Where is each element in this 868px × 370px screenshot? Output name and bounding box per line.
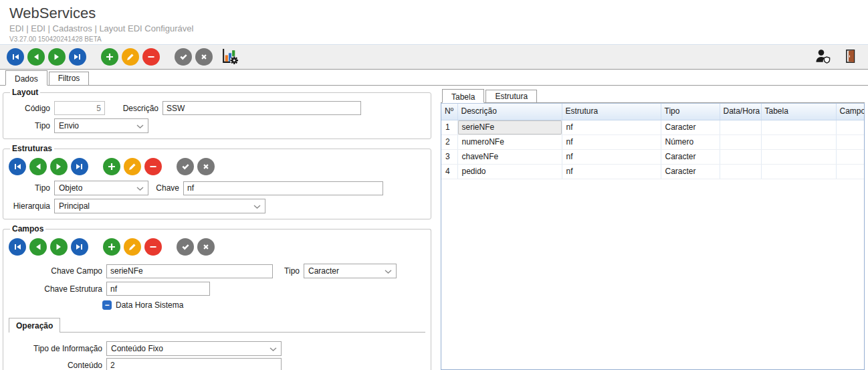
chave-campo-field[interactable] (106, 264, 273, 278)
estruturas-confirm-button[interactable] (177, 158, 194, 175)
column-header-6[interactable]: Campo (836, 104, 864, 120)
estruturas-nav-next-button[interactable] (50, 158, 68, 175)
main-delete-button[interactable] (142, 48, 160, 66)
estruturas-edit-button[interactable] (124, 158, 141, 175)
campos-tipo-select[interactable]: Caracter (304, 264, 397, 278)
table-cell[interactable] (720, 120, 761, 134)
campos-tipo-value: Caracter (308, 266, 339, 276)
estruturas-cancel-button[interactable] (197, 158, 215, 175)
codigo-field[interactable] (54, 101, 105, 115)
table-header-row: NºDescriçãoEstruturaTipoData/HoraTabelaC… (441, 104, 864, 120)
campos-first-icon (12, 242, 23, 252)
campos-nav-first-button[interactable] (9, 238, 26, 256)
column-header-4[interactable]: Data/Hora (720, 104, 761, 120)
campos-edit-button[interactable] (124, 238, 141, 256)
main-nav-next-button[interactable] (48, 48, 66, 66)
table-cell[interactable] (720, 134, 761, 149)
campos-nav-last-button[interactable] (71, 238, 88, 256)
tab-estrutura[interactable]: Estrutura (485, 90, 537, 102)
campos-delete-button[interactable] (144, 238, 162, 256)
table-cell-selected[interactable]: serieNFe (457, 120, 562, 134)
table-cell[interactable]: nf (562, 149, 661, 164)
main-edit-button[interactable] (122, 48, 139, 66)
campos-cancel-button[interactable] (197, 238, 215, 256)
table-cell[interactable] (761, 120, 836, 134)
main-cancel-button[interactable] (195, 48, 213, 66)
table-row: 2numeroNFenfNúmero (441, 134, 864, 149)
main-nav-last-button[interactable] (69, 48, 86, 66)
estruturas-nav-last-button[interactable] (71, 158, 88, 175)
column-header-0[interactable]: Nº (441, 104, 457, 120)
layout-tipo-label: Tipo (9, 121, 50, 130)
table-cell[interactable]: nf (562, 120, 661, 134)
codigo-label: Código (9, 104, 50, 113)
campos-pencil-icon (127, 242, 138, 252)
column-header-5[interactable]: Tabela (761, 104, 836, 120)
hierarquia-select[interactable]: Principal (54, 199, 265, 213)
chave-estrutura-field[interactable] (106, 282, 210, 296)
table-cell[interactable] (836, 134, 864, 149)
table-cell[interactable] (836, 164, 864, 179)
campos-cross-icon (201, 242, 211, 252)
main-nav-first-button[interactable] (7, 48, 24, 66)
main-nav-previous-button[interactable] (27, 48, 45, 66)
table-cell[interactable]: nf (562, 134, 661, 149)
table-cell[interactable] (761, 164, 836, 179)
table-cell[interactable]: nf (562, 164, 661, 179)
campos-nav-previous-button[interactable] (29, 238, 47, 256)
table-cell[interactable] (836, 149, 864, 164)
exit-button[interactable] (843, 48, 857, 66)
fields-table: NºDescriçãoEstruturaTipoData/HoraTabelaC… (441, 104, 864, 179)
main-confirm-button[interactable] (175, 48, 192, 66)
estruturas-add-button[interactable] (103, 158, 120, 175)
tab-operacao[interactable]: Operação (9, 318, 60, 333)
table-cell[interactable]: 2 (441, 134, 457, 149)
table-cell[interactable]: chaveNFe (457, 149, 562, 164)
table-cell[interactable]: numeroNFe (457, 134, 562, 149)
table-cell[interactable]: pedido (457, 164, 562, 179)
table-cell[interactable]: Caracter (661, 164, 720, 179)
descricao-label: Descrição (105, 104, 158, 113)
table-cell[interactable] (761, 134, 836, 149)
column-header-1[interactable]: Descrição (457, 104, 562, 120)
campos-confirm-button[interactable] (177, 238, 194, 256)
descricao-field[interactable] (162, 101, 361, 115)
tab-tabela[interactable]: Tabela (442, 89, 484, 103)
campos-add-button[interactable] (103, 238, 120, 256)
table-cell[interactable] (720, 164, 761, 179)
conteudo-field[interactable] (106, 358, 282, 370)
user-permissions-button[interactable] (815, 48, 831, 66)
conteudo-label: Conteúdo (9, 361, 102, 370)
estruturas-tipo-select[interactable]: Objeto (54, 181, 148, 195)
campos-section: Campos C (3, 224, 431, 370)
table-cell[interactable]: 3 (441, 149, 457, 164)
table-cell[interactable]: Caracter (661, 120, 720, 134)
estruturas-nav-previous-button[interactable] (29, 158, 47, 175)
column-header-3[interactable]: Tipo (661, 104, 720, 120)
chave-field[interactable] (183, 181, 383, 195)
estruturas-delete-button[interactable] (144, 158, 162, 175)
data-hora-sistema-checkbox[interactable]: − (102, 300, 112, 310)
main-cross-icon (199, 52, 209, 62)
table-cell[interactable]: 4 (441, 164, 457, 179)
main-add-button[interactable] (101, 48, 118, 66)
main-next-icon (51, 52, 62, 62)
tab-dados[interactable]: Dados (5, 70, 47, 86)
table-cell[interactable]: Caracter (661, 149, 720, 164)
chart-settings-button[interactable] (221, 47, 239, 67)
column-header-2[interactable]: Estrutura (562, 104, 661, 120)
table-cell[interactable]: Número (661, 134, 720, 149)
tipo-informacao-select[interactable]: Conteúdo Fixo (106, 341, 282, 356)
left-panel: Layout Código Descrição Tipo Envio Estru… (0, 86, 438, 370)
table-cell[interactable] (836, 120, 864, 134)
table-cell[interactable] (761, 149, 836, 164)
table-cell[interactable]: 1 (441, 120, 457, 134)
campos-next-icon (53, 242, 64, 252)
tab-filtros[interactable]: Filtros (49, 72, 90, 85)
estruturas-nav-first-button[interactable] (9, 158, 26, 175)
toolbar-right-group (815, 48, 857, 66)
campos-nav-next-button[interactable] (50, 238, 68, 256)
table-cell[interactable] (720, 149, 761, 164)
layout-tipo-select[interactable]: Envio (54, 118, 148, 133)
estruturas-record-nav-toolbar (9, 158, 215, 175)
